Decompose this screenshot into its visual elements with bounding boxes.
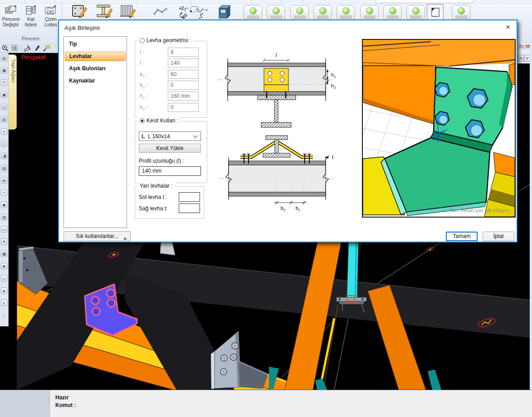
- field-input-b1[interactable]: 60: [168, 70, 199, 79]
- structure-tree-tab[interactable]: Yapı Ağacı: [9, 54, 17, 130]
- tool-icon[interactable]: ▭: [1, 226, 7, 233]
- tool-icon[interactable]: ▧: [1, 165, 7, 171]
- tool-icon[interactable]: ◫: [1, 104, 7, 110]
- load-section-button[interactable]: Kesit Yükle: [139, 144, 201, 153]
- polyline-tool-button[interactable]: [153, 7, 168, 18]
- status-command-prompt[interactable]: Komut :: [55, 402, 76, 408]
- favorites-button[interactable]: Sık kullanılanlar... ▶: [63, 231, 131, 241]
- lamp-toggle-button-6[interactable]: [360, 5, 379, 20]
- tool-icon[interactable]: ◨: [1, 153, 7, 159]
- connection-elevation-diagram: l h1 h2: [212, 51, 341, 131]
- connection-3d-preview[interactable]: Tam ekran için çift tıklayın.: [362, 39, 516, 218]
- use-section-legend: Kesit Kullan :: [146, 117, 178, 124]
- column-section-pencil-icon: [71, 4, 88, 19]
- pencere-group-label: Pencere: [0, 36, 61, 41]
- preview-caption: Tam ekran için çift tıklayın.: [449, 208, 511, 213]
- storey-list-icon: [21, 4, 41, 17]
- profile-length-input[interactable]: 140 mm: [139, 166, 201, 176]
- flyout-arrow-icon: ▶: [124, 234, 127, 243]
- left-plate-input[interactable]: [179, 192, 200, 202]
- tool-icon[interactable]: ≡: [1, 128, 7, 135]
- close-icon[interactable]: ×: [506, 23, 510, 32]
- active-ribbon-tab-bottom: [281, 0, 303, 4]
- page-fold-icon: [430, 6, 441, 18]
- tool-icon[interactable]: ▦: [1, 67, 7, 73]
- dim-b1-label: b1: [296, 205, 301, 212]
- tool-icon[interactable]: ▩: [1, 251, 7, 257]
- lamp-toggle-button-3[interactable]: [290, 5, 309, 20]
- column-section-tool-button[interactable]: [69, 3, 91, 19]
- profile-length-label: Profil uzunluğu (l) :: [139, 158, 184, 164]
- angle-section-icon: L: [142, 133, 145, 140]
- field-label-h1: h1 :: [140, 93, 148, 100]
- tool-icon[interactable]: ▢: [1, 141, 7, 147]
- tool-icon[interactable]: ▤: [1, 55, 7, 61]
- ok-button[interactable]: Tamam: [446, 232, 478, 241]
- side-plates-legend: Yan levhalar :: [140, 183, 173, 189]
- tab-tip[interactable]: Tip: [65, 39, 126, 49]
- green-lamp-icon: [458, 7, 465, 15]
- tool-icon[interactable]: ▨: [1, 214, 7, 220]
- zoom-window-icon[interactable]: [11, 45, 18, 52]
- use-section-radio[interactable]: [140, 118, 145, 123]
- lamp-toggle-button-4[interactable]: [313, 5, 332, 20]
- tool-icon[interactable]: ●: [1, 238, 7, 245]
- tool-icon[interactable]: ✎: [1, 79, 7, 86]
- plate-geometry-radio[interactable]: [140, 38, 145, 43]
- steel-beam-tool-button[interactable]: [93, 3, 115, 19]
- quick-access-box[interactable]: [376, 0, 473, 3]
- tool-icon[interactable]: ▥: [1, 116, 7, 122]
- field-label-h2: h2 :: [140, 104, 148, 112]
- field-input-t[interactable]: 8: [168, 48, 199, 57]
- lamp-toggle-button-1[interactable]: [244, 5, 262, 20]
- green-lamp-icon: [412, 7, 420, 15]
- selection-marker-2: [426, 247, 434, 252]
- tool-icon[interactable]: ◐: [1, 300, 7, 306]
- status-ready-text: Hazır: [55, 394, 68, 401]
- cancel-button[interactable]: İptal: [483, 232, 514, 241]
- green-lamp-icon: [366, 7, 373, 15]
- field-input-h2[interactable]: 0: [168, 103, 199, 112]
- monitor-box-icon: [217, 4, 232, 20]
- tool-icon[interactable]: ▱: [1, 275, 7, 281]
- field-input-b2[interactable]: 0: [168, 81, 199, 90]
- side-plates-group: Yan levhalar : Sol levha t : Sağ levha t…: [135, 186, 204, 219]
- field-input-h1[interactable]: 160 mm: [168, 92, 199, 101]
- tool-icon[interactable]: ◍: [1, 177, 7, 184]
- offset-2d-button[interactable]: +2: [179, 6, 184, 11]
- tool-icon[interactable]: ▣: [1, 92, 7, 98]
- storey-list-label: Kat listesi: [21, 17, 41, 27]
- lamp-toggle-button-7[interactable]: [383, 5, 402, 20]
- ez-view-icon[interactable]: Ez: [518, 44, 525, 49]
- measure-pen-icon[interactable]: [24, 45, 31, 52]
- right-edge-strip: [530, 19, 532, 390]
- window-switch-button[interactable]: Pencere Değiştir: [1, 4, 21, 35]
- tab-asik-bulonlari[interactable]: Aşık Bulonları: [65, 64, 126, 73]
- left-tool-column: ▤ ▦ ✎ ▣ ◫ ▥ ≡ ▢ ◨ ▧ ◍ + ◆ ▨ ▭ ● ▩ ◈ ▱ ▲ …: [0, 53, 9, 326]
- tool-icon[interactable]: ◈: [1, 263, 7, 269]
- field-label-b2: b2 :: [140, 82, 148, 89]
- piles-tool-button[interactable]: [117, 3, 139, 19]
- lamp-toggle-button-5[interactable]: [337, 5, 355, 20]
- tool-icon[interactable]: ▲: [1, 287, 7, 294]
- right-plate-input[interactable]: [179, 204, 200, 213]
- tool-icon[interactable]: ◆: [1, 202, 7, 208]
- note-flag-icon[interactable]: [43, 45, 50, 52]
- lamp-toggle-button-9[interactable]: [452, 5, 470, 20]
- tab-levhalar[interactable]: Levhalar: [65, 52, 126, 61]
- tool-icon[interactable]: +: [1, 189, 7, 196]
- zoom-in-icon[interactable]: [2, 45, 9, 52]
- eyedropper-pen-icon[interactable]: [34, 45, 40, 52]
- preview-scene: Tam ekran için çift tıklayın.: [363, 40, 515, 217]
- piles-pencil-icon: [119, 4, 137, 19]
- n-view-button[interactable]: N: [518, 55, 524, 62]
- storey-list-button[interactable]: Kat listesi: [21, 4, 41, 35]
- section-combo[interactable]: L L 160x14: [139, 131, 201, 141]
- tab-kaynaklar[interactable]: Kaynaklar: [65, 76, 126, 86]
- field-input-l[interactable]: 140: [168, 58, 199, 68]
- toolbar-handle[interactable]: ▷: [3, 314, 5, 317]
- layer-page-button[interactable]: [427, 4, 444, 20]
- right-plate-label: Sağ levha t:: [139, 205, 167, 212]
- lamp-toggle-button-8[interactable]: [406, 5, 425, 20]
- lamp-toggle-button-2[interactable]: [267, 5, 285, 20]
